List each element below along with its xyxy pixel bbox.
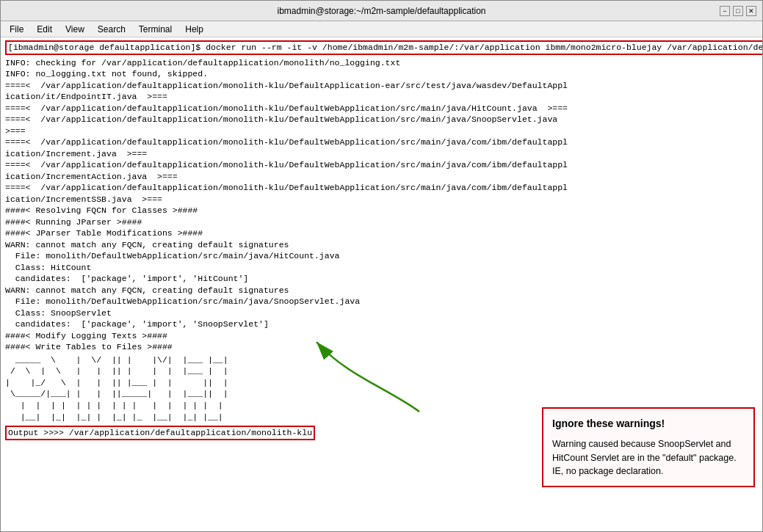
menu-file[interactable]: File [4, 23, 29, 36]
maximize-button[interactable]: □ [733, 6, 743, 16]
title-bar: ibmadmin@storage:~/m2m-sample/defaultapp… [1, 1, 762, 21]
window-controls: − □ ✕ [720, 6, 756, 16]
minimize-button[interactable]: − [720, 6, 730, 16]
annotation-body: Warning caused because SnoopServlet and … [552, 437, 745, 478]
window-title: ibmadmin@storage:~/m2m-sample/defaultapp… [43, 6, 720, 16]
annotation-box: Ignore these warnings! Warning caused be… [542, 407, 755, 487]
terminal-window: ibmadmin@storage:~/m2m-sample/defaultapp… [0, 0, 763, 532]
annotation-title: Ignore these warnings! [552, 416, 745, 431]
menu-bar: File Edit View Search Terminal Help [1, 21, 762, 37]
terminal-area: [ibmadmin@storage defaultapplication]$ d… [1, 37, 762, 531]
output-line: Output >>>> /var/application/defaultappl… [8, 427, 312, 439]
menu-edit[interactable]: Edit [31, 23, 58, 36]
menu-search[interactable]: Search [92, 23, 131, 36]
menu-help[interactable]: Help [179, 23, 209, 36]
close-button[interactable]: ✕ [746, 6, 756, 16]
menu-view[interactable]: View [59, 23, 90, 36]
menu-terminal[interactable]: Terminal [133, 23, 178, 36]
terminal-body: INFO: checking for /var/application/defa… [5, 57, 758, 353]
command-line: [ibmadmin@storage defaultapplication]$ d… [8, 42, 762, 54]
